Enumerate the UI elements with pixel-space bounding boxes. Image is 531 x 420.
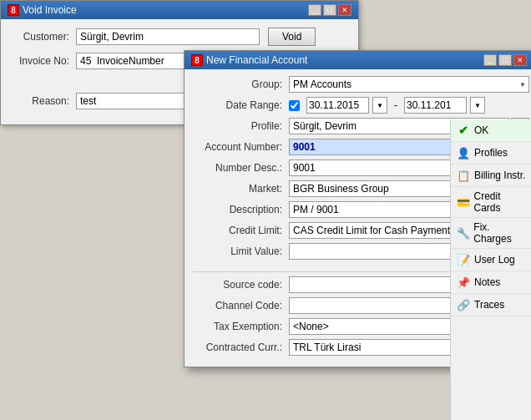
nfa-minimize-button[interactable]: _ — [483, 54, 497, 66]
sidebar-item-profiles-label: Profiles — [474, 147, 508, 159]
contracted-curr-label: Contracted Curr.: — [193, 342, 289, 353]
group-select[interactable]: PM Accounts — [289, 76, 529, 93]
profile-label: Profile: — [193, 120, 289, 132]
fix-charges-icon: 🔧 — [456, 225, 470, 240]
credit-limit-label: Credit Limit: — [193, 225, 289, 236]
sidebar-item-fix-charges[interactable]: 🔧 Fix. Charges — [451, 218, 531, 249]
group-row: Group: PM Accounts — [193, 76, 529, 93]
date-from-dropdown[interactable]: ▼ — [372, 97, 387, 114]
sidebar-item-traces[interactable]: 🔗 Traces — [451, 294, 531, 316]
profiles-icon: 👤 — [456, 145, 471, 160]
nfa-window-title: New Financial Account — [206, 54, 307, 66]
nfa-window-icon: 8 — [191, 54, 203, 66]
sidebar-item-billing-instr-label: Billing Instr. — [474, 170, 525, 181]
nfa-maximize-button[interactable]: □ — [498, 54, 512, 66]
billing-instr-icon: 📋 — [456, 168, 471, 183]
sidebar-item-ok[interactable]: ✔ OK — [451, 119, 531, 142]
tax-exemption-label: Tax Exemption: — [193, 321, 289, 332]
void-window-title: Void Invoice — [23, 4, 77, 16]
maximize-button[interactable]: □ — [323, 4, 336, 16]
group-label: Group: — [193, 78, 289, 90]
notes-icon: 📌 — [456, 275, 471, 290]
nfa-close-button[interactable]: ✕ — [513, 54, 527, 66]
source-code-label: Source code: — [193, 279, 289, 291]
user-log-icon: 📝 — [456, 252, 471, 267]
sidebar-item-profiles[interactable]: 👤 Profiles — [451, 142, 531, 164]
date-from-input[interactable] — [306, 97, 369, 114]
sidebar-item-billing-instr[interactable]: 📋 Billing Instr. — [451, 164, 531, 187]
customer-input[interactable] — [76, 28, 260, 45]
date-to-dropdown[interactable]: ▼ — [470, 97, 485, 114]
market-label: Market: — [193, 183, 289, 195]
account-number-label: Account Number: — [193, 141, 289, 153]
description-label: Description: — [193, 204, 289, 215]
void-invoice-title-bar: 8 Void Invoice _ □ ✕ — [1, 1, 358, 19]
void-button[interactable]: Void — [268, 28, 316, 46]
date-range-label: Date Range: — [193, 99, 289, 111]
sidebar-item-user-log-label: User Log — [474, 254, 515, 266]
limit-value-label: Limit Value: — [193, 245, 289, 257]
void-window-icon: 8 — [8, 4, 19, 16]
sidebar-item-credit-cards-label: Credit Cards — [474, 190, 529, 214]
sidebar-item-notes[interactable]: 📌 Notes — [451, 271, 531, 294]
date-dash: - — [391, 99, 401, 111]
date-range-row: Date Range: ▼ - ▼ — [193, 97, 529, 114]
sidebar-item-traces-label: Traces — [474, 299, 504, 311]
channel-code-label: Channel Code: — [193, 300, 289, 311]
credit-cards-icon: 💳 — [456, 195, 471, 210]
sidebar-item-user-log[interactable]: 📝 User Log — [451, 249, 531, 271]
customer-label: Customer: — [9, 31, 76, 43]
number-desc-label: Number Desc.: — [193, 162, 289, 174]
sidebar: ✔ OK 👤 Profiles 📋 Billing Instr. 💳 Credi… — [450, 119, 531, 420]
date-to-input[interactable] — [404, 97, 467, 114]
ok-icon: ✔ — [456, 123, 471, 138]
minimize-button[interactable]: _ — [308, 4, 321, 16]
sidebar-item-notes-label: Notes — [474, 276, 500, 288]
traces-icon: 🔗 — [456, 297, 471, 312]
sidebar-item-ok-label: OK — [474, 124, 488, 136]
sidebar-item-fix-charges-label: Fix. Charges — [473, 221, 528, 245]
invoice-label: Invoice No: — [9, 55, 76, 67]
reason-label: Reason: — [9, 95, 76, 107]
nfa-title-bar: 8 New Financial Account _ □ ✕ — [185, 51, 531, 69]
sidebar-item-credit-cards[interactable]: 💳 Credit Cards — [451, 187, 531, 218]
customer-row: Customer: Void — [9, 28, 350, 46]
close-button[interactable]: ✕ — [338, 4, 351, 16]
new-financial-account-window: 8 New Financial Account _ □ ✕ Group: PM … — [184, 50, 531, 367]
date-range-checkbox[interactable] — [289, 100, 300, 111]
